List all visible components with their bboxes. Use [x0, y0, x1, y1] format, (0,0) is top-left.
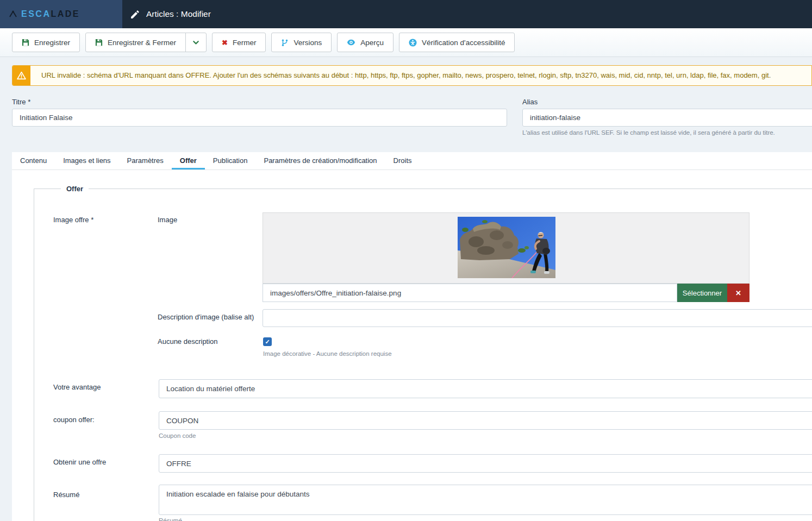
title-input[interactable] [12, 109, 507, 127]
title-field-label: Titre * [12, 98, 30, 106]
save-icon [95, 39, 103, 46]
logo-area: ESCALADE [0, 0, 122, 28]
pencil-icon [130, 10, 140, 19]
alt-field-label: Description d'image (balise alt) [158, 313, 254, 321]
checkmark-icon: ✓ [265, 339, 270, 345]
mountain-logo-icon [9, 10, 17, 18]
versions-button[interactable]: Versions [271, 33, 332, 52]
chevron-down-icon [192, 39, 199, 46]
page-title: Articles : Modifier [130, 0, 211, 28]
code-branch-icon [281, 39, 289, 47]
save-icon [22, 39, 29, 46]
top-header: ESCALADE Articles : Modifier [0, 0, 812, 28]
alert-message: URL invalide : schéma d'URL manquant dan… [30, 66, 771, 85]
tab-publication[interactable]: Publication [205, 152, 256, 170]
article-editor-page: ESCALADE Articles : Modifier Enregistrer [0, 0, 812, 521]
image-path-input[interactable] [263, 284, 677, 302]
advantage-input[interactable] [159, 379, 812, 398]
url-invalid-alert: URL invalide : schéma d'URL manquant dan… [12, 65, 812, 86]
coupon-input[interactable] [159, 411, 812, 430]
image-sub-label: Image [158, 216, 177, 224]
tab-images-et-liens[interactable]: Images et liens [55, 152, 118, 170]
select-image-button[interactable]: Sélectionner [677, 284, 727, 302]
no-description-help-text: Image décorative - Aucune description re… [263, 350, 392, 357]
close-button-label: Fermer [233, 39, 257, 47]
offer-legend: Offer [61, 185, 89, 193]
accessibility-check-button-label: Vérification d'accessibilité [422, 39, 505, 47]
save-button[interactable]: Enregistrer [12, 33, 80, 52]
summary-field-label: Résumé [53, 491, 79, 499]
alias-field-label: Alias [522, 98, 538, 106]
get-offer-field-label: Obtenir une offre [53, 458, 106, 466]
tab-contenu[interactable]: Contenu [12, 152, 55, 170]
advantage-field-label: Votre avantage [53, 383, 101, 391]
summary-textarea[interactable]: Initiation escalade en falaise pour débu… [159, 485, 812, 515]
versions-button-label: Versions [293, 39, 322, 47]
offer-image-preview-photo [458, 217, 555, 278]
editor-toolbar: Enregistrer Enregistrer & Fermer ✖ Ferm [0, 28, 812, 57]
close-button[interactable]: ✖ Fermer [212, 33, 266, 52]
alt-text-input[interactable] [263, 309, 812, 327]
preview-button[interactable]: Aperçu [337, 33, 393, 52]
clear-image-button[interactable]: ✕ [727, 284, 749, 302]
accessibility-check-button[interactable]: Vérification d'accessibilité [399, 33, 515, 52]
article-tabs: Contenu Images et liens Paramètres Offer… [12, 152, 812, 170]
alias-help-text: L'alias est utilisé dans l'URL SEF. Si l… [522, 129, 775, 136]
save-close-button-label: Enregistrer & Fermer [108, 39, 176, 47]
alias-input[interactable] [522, 109, 812, 127]
tab-droits[interactable]: Droits [385, 152, 420, 170]
no-description-label: Aucune description [158, 337, 218, 346]
offer-image-field-label: Image offre * [53, 216, 93, 224]
tab-parametres[interactable]: Paramètres [119, 152, 172, 170]
logo-secondary-text: LADE [51, 9, 80, 18]
save-button-label: Enregistrer [34, 39, 70, 47]
save-options-dropdown-toggle[interactable] [185, 33, 206, 52]
save-close-button-group: Enregistrer & Fermer [85, 33, 207, 52]
no-description-checkbox[interactable]: ✓ [263, 337, 272, 346]
coupon-field-label: coupon offer: [53, 416, 95, 424]
summary-help-text: Résumé [159, 517, 182, 521]
get-offer-input[interactable] [159, 454, 812, 473]
logo-primary-text: ESCA [21, 9, 51, 18]
eye-icon [347, 39, 355, 46]
tab-offer[interactable]: Offer [172, 152, 205, 170]
warning-icon [13, 66, 30, 85]
coupon-help-text: Coupon code [159, 432, 196, 439]
tab-parametres-creation-modification[interactable]: Paramètres de création/modification [255, 152, 385, 170]
universal-access-icon [409, 39, 417, 47]
save-close-button[interactable]: Enregistrer & Fermer [86, 33, 185, 52]
preview-button-label: Aperçu [360, 39, 384, 47]
page-title-text: Articles : Modifier [146, 9, 211, 19]
close-icon: ✖ [222, 39, 228, 47]
brand-logo: ESCALADE [21, 9, 80, 19]
